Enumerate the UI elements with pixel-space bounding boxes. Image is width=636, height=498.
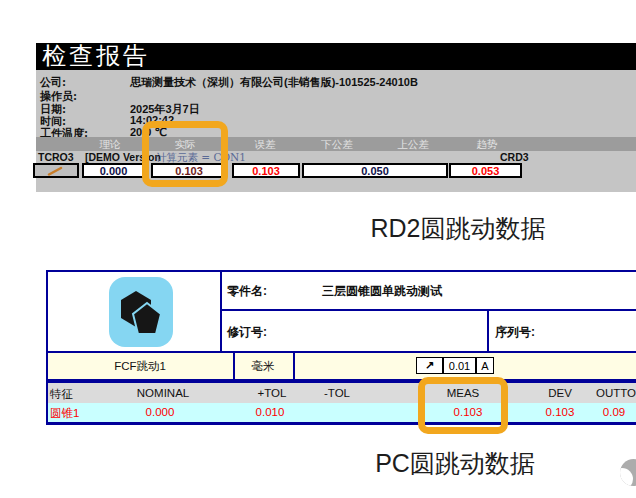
td-outtol: 0.09 — [603, 406, 625, 418]
result-trend-cell: 0.053 — [449, 163, 522, 178]
chat-bubble-icon[interactable] — [620, 459, 636, 486]
company-value: 思瑞测量技术（深圳）有限公司(非销售版)-101525-24010B — [130, 75, 418, 90]
td-plus-tol: 0.010 — [256, 406, 285, 418]
logo-cell — [46, 270, 222, 353]
highlight-box-actual — [142, 121, 228, 187]
fcf-name: FCF跳动1 — [114, 359, 166, 374]
th-dev: DEV — [548, 387, 572, 399]
td-nominal: 0.000 — [146, 406, 175, 418]
part-name-value: 三层圆锥圆单跳动测试 — [322, 283, 442, 300]
edit-pencil-icon — [46, 166, 66, 176]
td-feature: 圆锥1 — [50, 406, 79, 421]
report-page: 检查报告 公司: 思瑞测量技术（深圳）有限公司(非销售版)-101525-240… — [0, 0, 636, 498]
edit-cell[interactable] — [33, 163, 79, 178]
ref-id: CRD3 — [500, 151, 529, 163]
col-error: 误差 — [255, 138, 276, 152]
td-dev: 0.103 — [546, 406, 575, 418]
rd2-caption: RD2圆跳动数据 — [370, 212, 545, 245]
part-name-label: 零件名: — [227, 283, 267, 300]
col-lower-tol: 下公差 — [321, 138, 353, 152]
col-upper-tol: 上公差 — [397, 138, 429, 152]
runout-arrow-icon: ↗ — [416, 357, 443, 374]
unit-label: 毫米 — [252, 359, 275, 374]
pc-caption: PC圆跳动数据 — [375, 447, 535, 480]
report-title-bar: 检查报告 — [36, 43, 636, 70]
result-error-cell: 0.103 — [232, 163, 300, 178]
col-trend: 趋势 — [477, 138, 498, 152]
th-minus-tol: -TOL — [324, 387, 350, 399]
report-title: 检查报告 — [42, 42, 150, 70]
th-feature: 特征 — [50, 387, 73, 402]
company-label: 公司: — [40, 75, 66, 90]
fcf-datum: A — [476, 357, 494, 374]
feature-id: TCRO3 — [38, 151, 74, 163]
highlight-box-meas — [418, 377, 508, 434]
th-nominal: NOMINAL — [137, 387, 189, 399]
th-plus-tol: +TOL — [258, 387, 287, 399]
serial-label: 序列号: — [495, 324, 535, 341]
table-divider-bottom — [46, 422, 636, 425]
th-outtol: OUTTO — [596, 387, 636, 399]
fcf-tolerance: 0.01 — [443, 357, 476, 374]
result-tolerance-cell: 0.050 — [302, 163, 448, 178]
result-theory-cell: 0.000 — [82, 163, 145, 178]
chat-bubble-crescent — [620, 468, 633, 486]
col-theory: 理论 — [100, 138, 121, 152]
revision-label: 修订号: — [227, 324, 267, 341]
app-logo-icon — [109, 277, 173, 347]
